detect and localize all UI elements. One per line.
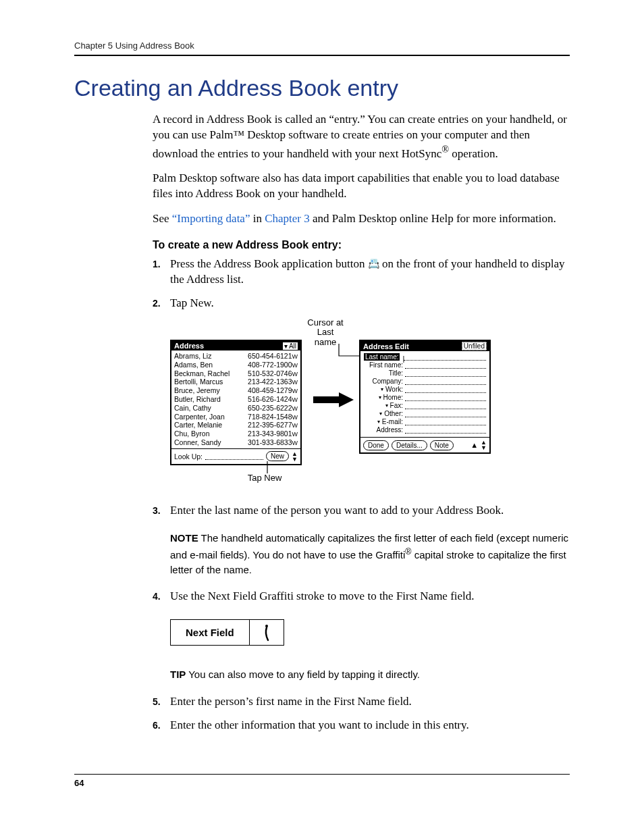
list-item[interactable]: Bruce, Jeremy408-459-1279W xyxy=(174,386,298,395)
top-rule xyxy=(74,55,570,56)
edit-input[interactable] xyxy=(405,386,486,393)
lookup-label: Look Up: xyxy=(174,452,203,461)
scroll-arrows-icon[interactable]: ▲▼ xyxy=(292,451,298,462)
running-head: Chapter 5 Using Address Book xyxy=(74,41,570,55)
callout-cursor: Cursor at Last name xyxy=(305,318,346,347)
list-item[interactable]: Adams, Ben408-772-1900W xyxy=(174,361,298,369)
intro-para-2: Palm Desktop software also has data impo… xyxy=(153,171,570,202)
up-arrow-icon[interactable]: ▲ xyxy=(471,441,478,449)
graffiti-stroke-box: Next Field xyxy=(170,619,284,646)
edit-input[interactable] xyxy=(405,419,486,425)
scroll-arrows-icon[interactable]: ▲▼ xyxy=(481,440,487,450)
step-number: 6. xyxy=(153,718,170,732)
edit-field-row[interactable]: ▾ Home: xyxy=(364,394,486,401)
link-importing-data[interactable]: “Importing data” xyxy=(172,212,250,225)
edit-field-row[interactable]: Company: xyxy=(364,377,486,385)
screen-title: Address Edit xyxy=(363,342,409,350)
step-number: 5. xyxy=(153,694,170,708)
screen-address-edit: Address Edit Unfiled Last name:|First na… xyxy=(359,340,491,454)
new-button[interactable]: New xyxy=(266,451,289,461)
step-number: 3. xyxy=(153,503,170,517)
edit-input[interactable] xyxy=(405,427,486,434)
list-item[interactable]: Bertolli, Marcus213-422-1363W xyxy=(174,377,298,386)
step-number: 2. xyxy=(153,296,170,310)
done-button[interactable]: Done xyxy=(363,440,389,450)
intro-para-3: See “Importing data” in Chapter 3 and Pa… xyxy=(153,211,570,227)
tip-lead: TIP xyxy=(170,669,186,680)
list-item[interactable]: Carter, Melanie212-395-6277W xyxy=(174,421,298,429)
list-item[interactable]: Butler, Richard516-626-1424W xyxy=(174,395,298,404)
note-block: NOTE The handheld automatically capitali… xyxy=(170,531,570,577)
edit-field-row[interactable]: ▾ Other: xyxy=(364,410,486,417)
step-number: 4. xyxy=(153,589,170,603)
list-item[interactable]: Cain, Cathy650-235-6222W xyxy=(174,404,298,413)
details-button[interactable]: Details... xyxy=(392,440,427,450)
edit-field-row[interactable]: Title: xyxy=(364,369,486,377)
tip-block: TIP You can also move to any field by ta… xyxy=(170,667,570,682)
section-title: Creating an Address Book entry xyxy=(74,75,570,101)
graffiti-label: Next Field xyxy=(171,620,250,645)
step-3: Enter the last name of the person you wa… xyxy=(170,503,570,519)
procedure-heading: To create a new Address Book entry: xyxy=(153,239,570,251)
list-item[interactable]: Abrams, Liz650-454-6121W xyxy=(174,352,298,361)
svg-marker-0 xyxy=(313,392,354,407)
list-item[interactable]: Beckman, Rachel510-532-0746W xyxy=(174,369,298,378)
category-selector[interactable]: ▾ All xyxy=(283,342,298,350)
step-5: Enter the person’s first name in the Fir… xyxy=(170,694,570,710)
edit-input[interactable] xyxy=(405,362,486,369)
page-number: 64 xyxy=(74,778,84,788)
figure-address-screens: Cursor at Last name Address ▾ All Abrams… xyxy=(170,319,494,488)
note-button[interactable]: Note xyxy=(430,440,454,450)
step-6: Enter the other information that you wan… xyxy=(170,718,570,733)
note-lead: NOTE xyxy=(170,532,198,544)
list-item[interactable]: Chu, Byron213-343-9801W xyxy=(174,429,298,438)
list-item[interactable]: Carpenter, Joan718-824-1548W xyxy=(174,413,298,421)
category-selector[interactable]: Unfiled xyxy=(462,342,487,350)
step-number: 1. xyxy=(153,257,170,271)
link-chapter-3[interactable]: Chapter 3 xyxy=(265,212,310,225)
screen-address-list: Address ▾ All Abrams, Liz650-454-6121WAd… xyxy=(170,340,302,465)
edit-input[interactable] xyxy=(404,354,486,361)
edit-input[interactable] xyxy=(405,411,486,417)
edit-field-row[interactable]: First name: xyxy=(364,361,486,369)
step-4: Use the Next Field Graffiti stroke to mo… xyxy=(170,589,570,604)
bottom-rule xyxy=(74,774,570,775)
lookup-input[interactable] xyxy=(205,453,263,460)
edit-field-row[interactable]: ▾ Fax: xyxy=(364,402,486,409)
list-item[interactable]: Conner, Sandy301-933-6833W xyxy=(174,438,298,447)
edit-field-row[interactable]: ▾ Work: xyxy=(364,386,486,393)
edit-input[interactable] xyxy=(405,402,486,409)
edit-field-row[interactable]: ▾ E-mail: xyxy=(364,418,486,425)
intro-para-1: A record in Address Book is called an “e… xyxy=(153,112,570,161)
edit-input[interactable] xyxy=(405,370,486,377)
step-1: Press the Address Book application butto… xyxy=(170,257,570,288)
edit-input[interactable] xyxy=(405,378,486,385)
arrow-icon xyxy=(313,392,354,407)
step-2: Tap New. xyxy=(170,296,570,311)
graffiti-next-field-icon xyxy=(250,620,284,645)
edit-field-row[interactable]: Last name:| xyxy=(364,353,486,361)
callout-tap-new: Tap New xyxy=(238,473,292,483)
edit-field-row[interactable]: Address: xyxy=(364,426,486,434)
screen-title: Address xyxy=(174,342,204,350)
address-book-button-icon: 📇 xyxy=(368,259,379,269)
edit-input[interactable] xyxy=(405,394,486,401)
